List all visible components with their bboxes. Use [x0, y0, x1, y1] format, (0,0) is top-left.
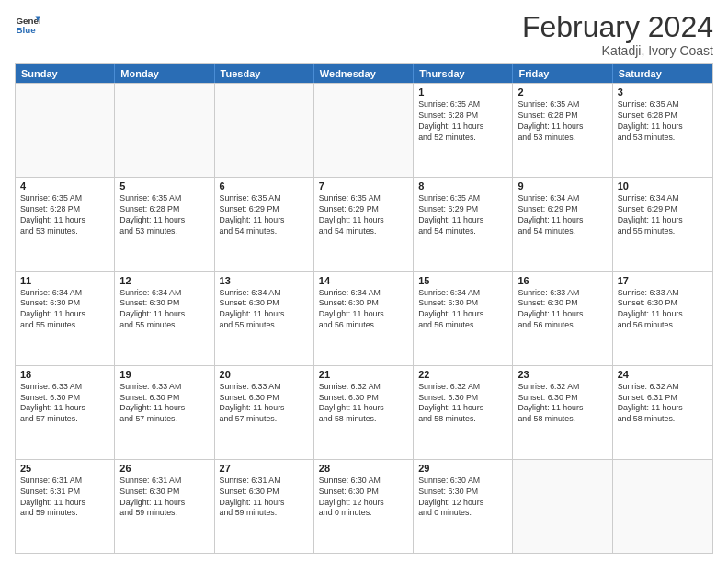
calendar-cell: 5Sunrise: 6:35 AM Sunset: 6:28 PM Daylig… [115, 178, 214, 270]
day-number: 27 [220, 463, 309, 474]
day-number: 1 [418, 86, 507, 98]
day-info: Sunrise: 6:34 AM Sunset: 6:29 PM Dayligh… [518, 193, 607, 237]
day-number: 5 [119, 180, 209, 191]
calendar-cell: 10Sunrise: 6:34 AM Sunset: 6:29 PM Dayli… [613, 178, 712, 270]
header-thursday: Thursday [414, 64, 513, 83]
day-number: 10 [618, 180, 708, 191]
calendar-cell [314, 84, 414, 177]
calendar-cell: 6Sunrise: 6:35 AM Sunset: 6:29 PM Daylig… [215, 178, 314, 270]
calendar-cell: 11Sunrise: 6:34 AM Sunset: 6:30 PM Dayli… [16, 272, 115, 365]
day-number: 3 [618, 86, 708, 98]
day-number: 6 [220, 180, 309, 191]
day-info: Sunrise: 6:31 AM Sunset: 6:30 PM Dayligh… [220, 476, 309, 520]
day-number: 18 [20, 369, 109, 380]
calendar-cell: 2Sunrise: 6:35 AM Sunset: 6:28 PM Daylig… [513, 84, 612, 177]
day-info: Sunrise: 6:30 AM Sunset: 6:30 PM Dayligh… [418, 476, 507, 520]
day-info: Sunrise: 6:34 AM Sunset: 6:30 PM Dayligh… [20, 288, 109, 332]
calendar-cell: 27Sunrise: 6:31 AM Sunset: 6:30 PM Dayli… [215, 460, 314, 553]
calendar-cell [16, 84, 115, 177]
day-info: Sunrise: 6:35 AM Sunset: 6:28 PM Dayligh… [119, 193, 209, 237]
day-number: 17 [618, 275, 708, 286]
title-block: February 2024 Katadji, Ivory Coast [522, 11, 713, 58]
calendar-cell: 21Sunrise: 6:32 AM Sunset: 6:30 PM Dayli… [314, 366, 414, 459]
day-info: Sunrise: 6:34 AM Sunset: 6:29 PM Dayligh… [618, 193, 708, 237]
calendar-title: February 2024 [522, 11, 713, 43]
day-number: 11 [20, 275, 109, 286]
calendar-cell: 18Sunrise: 6:33 AM Sunset: 6:30 PM Dayli… [16, 366, 115, 459]
day-number: 8 [418, 180, 507, 191]
day-info: Sunrise: 6:31 AM Sunset: 6:30 PM Dayligh… [119, 476, 209, 520]
header-wednesday: Wednesday [314, 64, 414, 83]
calendar-cell: 12Sunrise: 6:34 AM Sunset: 6:30 PM Dayli… [115, 272, 214, 365]
day-info: Sunrise: 6:33 AM Sunset: 6:30 PM Dayligh… [20, 382, 109, 426]
day-number: 19 [119, 369, 209, 380]
calendar-cell: 1Sunrise: 6:35 AM Sunset: 6:28 PM Daylig… [414, 84, 513, 177]
header-friday: Friday [513, 64, 612, 83]
calendar-body: 1Sunrise: 6:35 AM Sunset: 6:28 PM Daylig… [16, 83, 712, 553]
page-header: General Blue February 2024 Katadji, Ivor… [15, 11, 713, 58]
day-number: 12 [119, 275, 209, 286]
calendar-row-4: 25Sunrise: 6:31 AM Sunset: 6:31 PM Dayli… [16, 459, 712, 553]
day-info: Sunrise: 6:35 AM Sunset: 6:28 PM Dayligh… [618, 99, 708, 144]
calendar-cell [613, 460, 712, 553]
day-number: 20 [220, 369, 309, 380]
day-number: 15 [418, 275, 507, 286]
calendar-subtitle: Katadji, Ivory Coast [522, 43, 713, 58]
calendar-row-2: 11Sunrise: 6:34 AM Sunset: 6:30 PM Dayli… [16, 271, 712, 365]
day-number: 4 [20, 180, 109, 191]
calendar-cell: 23Sunrise: 6:32 AM Sunset: 6:30 PM Dayli… [513, 366, 612, 459]
day-info: Sunrise: 6:35 AM Sunset: 6:29 PM Dayligh… [220, 193, 309, 237]
header-tuesday: Tuesday [215, 64, 314, 83]
calendar-cell: 29Sunrise: 6:30 AM Sunset: 6:30 PM Dayli… [414, 460, 513, 553]
day-info: Sunrise: 6:34 AM Sunset: 6:30 PM Dayligh… [319, 288, 408, 332]
day-number: 13 [220, 275, 309, 286]
day-number: 23 [518, 369, 607, 380]
day-number: 25 [20, 463, 109, 474]
day-number: 16 [518, 275, 607, 286]
day-info: Sunrise: 6:32 AM Sunset: 6:30 PM Dayligh… [418, 382, 507, 426]
day-info: Sunrise: 6:35 AM Sunset: 6:28 PM Dayligh… [418, 99, 507, 144]
calendar-cell: 15Sunrise: 6:34 AM Sunset: 6:30 PM Dayli… [414, 272, 513, 365]
header-sunday: Sunday [16, 64, 115, 83]
header-saturday: Saturday [613, 64, 712, 83]
calendar-cell: 19Sunrise: 6:33 AM Sunset: 6:30 PM Dayli… [115, 366, 214, 459]
day-info: Sunrise: 6:34 AM Sunset: 6:30 PM Dayligh… [220, 288, 309, 332]
day-info: Sunrise: 6:35 AM Sunset: 6:28 PM Dayligh… [518, 99, 607, 144]
calendar-cell: 14Sunrise: 6:34 AM Sunset: 6:30 PM Dayli… [314, 272, 414, 365]
calendar-cell: 13Sunrise: 6:34 AM Sunset: 6:30 PM Dayli… [215, 272, 314, 365]
day-info: Sunrise: 6:33 AM Sunset: 6:30 PM Dayligh… [220, 382, 309, 426]
day-info: Sunrise: 6:35 AM Sunset: 6:28 PM Dayligh… [20, 193, 109, 237]
day-info: Sunrise: 6:35 AM Sunset: 6:29 PM Dayligh… [418, 193, 507, 237]
calendar-header: Sunday Monday Tuesday Wednesday Thursday… [16, 64, 712, 83]
day-info: Sunrise: 6:33 AM Sunset: 6:30 PM Dayligh… [119, 382, 209, 426]
day-info: Sunrise: 6:32 AM Sunset: 6:30 PM Dayligh… [518, 382, 607, 426]
day-number: 9 [518, 180, 607, 191]
calendar-cell: 16Sunrise: 6:33 AM Sunset: 6:30 PM Dayli… [513, 272, 612, 365]
calendar-row-0: 1Sunrise: 6:35 AM Sunset: 6:28 PM Daylig… [16, 83, 712, 177]
svg-text:Blue: Blue [16, 25, 36, 35]
day-number: 29 [418, 463, 507, 474]
day-info: Sunrise: 6:34 AM Sunset: 6:30 PM Dayligh… [418, 288, 507, 332]
logo: General Blue [15, 11, 40, 37]
day-info: Sunrise: 6:32 AM Sunset: 6:31 PM Dayligh… [618, 382, 708, 426]
day-info: Sunrise: 6:33 AM Sunset: 6:30 PM Dayligh… [618, 288, 708, 332]
day-info: Sunrise: 6:31 AM Sunset: 6:31 PM Dayligh… [20, 476, 109, 520]
day-number: 7 [319, 180, 408, 191]
calendar-cell: 8Sunrise: 6:35 AM Sunset: 6:29 PM Daylig… [414, 178, 513, 270]
calendar-cell: 20Sunrise: 6:33 AM Sunset: 6:30 PM Dayli… [215, 366, 314, 459]
calendar-cell: 7Sunrise: 6:35 AM Sunset: 6:29 PM Daylig… [314, 178, 414, 270]
day-info: Sunrise: 6:30 AM Sunset: 6:30 PM Dayligh… [319, 476, 408, 520]
calendar-cell: 22Sunrise: 6:32 AM Sunset: 6:30 PM Dayli… [414, 366, 513, 459]
calendar-cell: 9Sunrise: 6:34 AM Sunset: 6:29 PM Daylig… [513, 178, 612, 270]
calendar: Sunday Monday Tuesday Wednesday Thursday… [15, 63, 713, 554]
calendar-cell: 4Sunrise: 6:35 AM Sunset: 6:28 PM Daylig… [16, 178, 115, 270]
header-monday: Monday [115, 64, 214, 83]
calendar-cell: 25Sunrise: 6:31 AM Sunset: 6:31 PM Dayli… [16, 460, 115, 553]
day-info: Sunrise: 6:34 AM Sunset: 6:30 PM Dayligh… [119, 288, 209, 332]
day-info: Sunrise: 6:33 AM Sunset: 6:30 PM Dayligh… [518, 288, 607, 332]
day-info: Sunrise: 6:32 AM Sunset: 6:30 PM Dayligh… [319, 382, 408, 426]
calendar-cell: 24Sunrise: 6:32 AM Sunset: 6:31 PM Dayli… [613, 366, 712, 459]
day-info: Sunrise: 6:35 AM Sunset: 6:29 PM Dayligh… [319, 193, 408, 237]
day-number: 21 [319, 369, 408, 380]
calendar-row-3: 18Sunrise: 6:33 AM Sunset: 6:30 PM Dayli… [16, 365, 712, 459]
